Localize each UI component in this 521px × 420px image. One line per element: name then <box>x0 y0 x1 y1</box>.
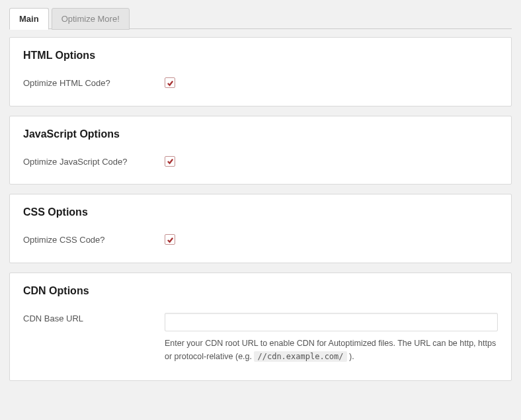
check-icon <box>167 79 174 87</box>
cdn-base-url-row: CDN Base URL Enter your CDN root URL to … <box>23 313 498 363</box>
css-optimize-label: Optimize CSS Code? <box>23 234 165 245</box>
cdn-options-panel: CDN Options CDN Base URL Enter your CDN … <box>9 273 512 381</box>
html-options-panel: HTML Options Optimize HTML Code? <box>9 37 512 106</box>
cdn-base-url-input[interactable] <box>165 313 498 331</box>
js-optimize-label: Optimize JavaScript Code? <box>23 156 165 167</box>
tab-main[interactable]: Main <box>9 8 49 30</box>
check-icon <box>167 157 174 165</box>
css-optimize-checkbox[interactable] <box>165 234 175 245</box>
settings-tabs: Main Optimize More! <box>9 8 512 29</box>
css-options-panel: CSS Options Optimize CSS Code? <box>9 194 512 263</box>
js-optimize-checkbox[interactable] <box>165 156 175 167</box>
check-icon <box>167 236 174 243</box>
cdn-help-text: Enter your CDN root URL to enable CDN fo… <box>165 337 498 363</box>
html-optimize-checkbox[interactable] <box>165 77 175 88</box>
js-options-panel: JavaScript Options Optimize JavaScript C… <box>9 116 512 185</box>
cdn-base-url-label: CDN Base URL <box>23 313 165 323</box>
css-options-title: CSS Options <box>23 206 498 218</box>
html-optimize-row: Optimize HTML Code? <box>23 77 498 89</box>
html-options-title: HTML Options <box>23 50 498 62</box>
js-options-title: JavaScript Options <box>23 128 498 140</box>
js-optimize-row: Optimize JavaScript Code? <box>23 156 498 167</box>
css-optimize-row: Optimize CSS Code? <box>23 234 498 245</box>
cdn-example-code: //cdn.example.com/ <box>254 351 346 362</box>
tab-optimize-more[interactable]: Optimize More! <box>52 8 130 30</box>
html-optimize-label: Optimize HTML Code? <box>23 77 165 88</box>
cdn-options-title: CDN Options <box>23 285 498 297</box>
